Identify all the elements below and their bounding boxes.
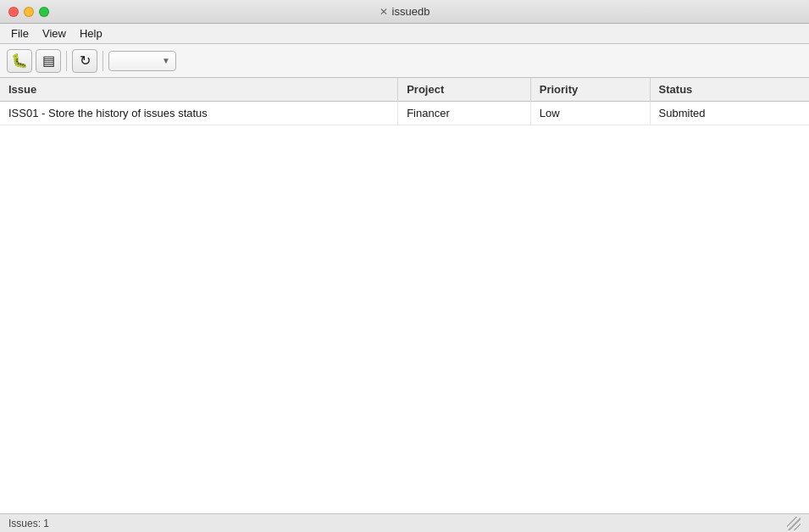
edit-issue-button[interactable]: ▤ <box>36 49 61 73</box>
issues-table-container[interactable]: Issue Project Priority Status ISS01 - St… <box>0 78 809 513</box>
filter-dropdown[interactable]: ▼ <box>108 51 176 71</box>
chevron-down-icon: ▼ <box>162 56 170 65</box>
add-issue-button[interactable]: 🐛 <box>7 49 32 73</box>
cell-status: Submited <box>650 102 809 125</box>
toolbar-separator-2 <box>103 51 103 71</box>
window-title: ✕ issuedb <box>380 5 430 18</box>
issues-table: Issue Project Priority Status ISS01 - St… <box>0 78 809 125</box>
title-bar: ✕ issuedb <box>0 0 809 24</box>
main-content: Issue Project Priority Status ISS01 - St… <box>0 78 809 513</box>
menu-view[interactable]: View <box>36 25 73 42</box>
cell-project: Financer <box>398 102 531 125</box>
column-priority: Priority <box>530 78 650 102</box>
cell-issue: ISS01 - Store the history of issues stat… <box>0 102 398 125</box>
traffic-lights <box>8 7 49 17</box>
table-row[interactable]: ISS01 - Store the history of issues stat… <box>0 102 809 125</box>
table-header: Issue Project Priority Status <box>0 78 809 102</box>
table-header-row: Issue Project Priority Status <box>0 78 809 102</box>
menu-file[interactable]: File <box>4 25 36 42</box>
refresh-button[interactable]: ↻ <box>72 49 97 73</box>
resize-handle[interactable] <box>787 517 801 530</box>
column-issue: Issue <box>0 78 398 102</box>
status-text: Issues: 1 <box>8 518 49 529</box>
column-project: Project <box>398 78 531 102</box>
minimize-button[interactable] <box>24 7 34 17</box>
table-body: ISS01 - Store the history of issues stat… <box>0 102 809 125</box>
close-button[interactable] <box>8 7 19 17</box>
column-status: Status <box>650 78 809 102</box>
title-icon: ✕ <box>380 6 388 18</box>
toolbar: 🐛 ▤ ↻ ▼ <box>0 44 809 78</box>
maximize-button[interactable] <box>39 7 49 17</box>
cell-priority: Low <box>530 102 650 125</box>
menu-help[interactable]: Help <box>73 25 109 42</box>
window-title-text: issuedb <box>392 5 430 18</box>
status-bar: Issues: 1 <box>0 513 809 532</box>
toolbar-separator <box>66 51 67 71</box>
menu-bar: File View Help <box>0 24 809 44</box>
